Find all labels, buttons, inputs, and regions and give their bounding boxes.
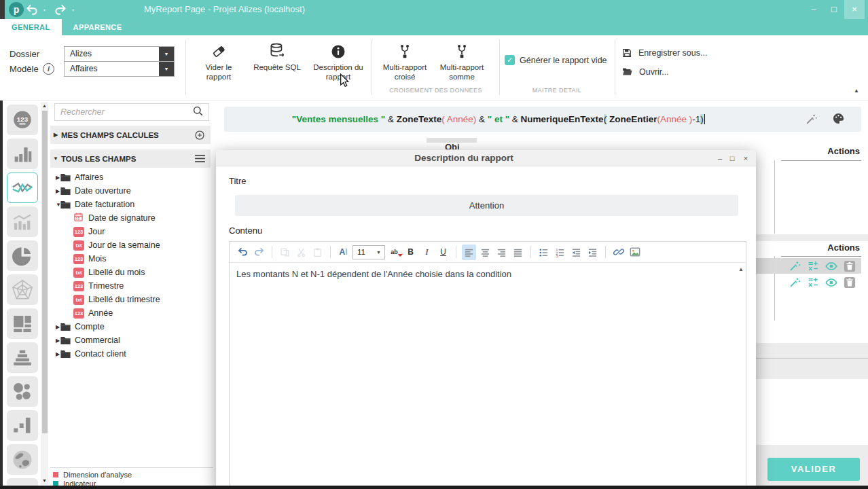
- trash-icon[interactable]: [844, 276, 856, 289]
- modele-dropdown-arrow-icon[interactable]: ▼: [159, 62, 174, 76]
- outdent-button[interactable]: [569, 244, 583, 260]
- window-close-button[interactable]: ×: [844, 0, 865, 19]
- combo-chart-icon[interactable]: [7, 206, 38, 237]
- indent-button[interactable]: [585, 244, 600, 260]
- generer-rapport-vide-checkbox[interactable]: ✓: [505, 55, 515, 65]
- add-calculated-field-icon[interactable]: [194, 130, 205, 141]
- redo-icon[interactable]: [53, 3, 71, 16]
- scrollbar-thumb[interactable]: [42, 111, 48, 433]
- cut-button[interactable]: [294, 244, 308, 260]
- search-input[interactable]: [55, 107, 192, 117]
- multi-rapport-croise-button[interactable]: Multi-rapport croisé: [380, 41, 430, 82]
- wand-icon[interactable]: [789, 260, 801, 272]
- formula-input[interactable]: "Ventes mensuelles " & ZoneTexte( Année)…: [224, 107, 861, 132]
- highlight-button[interactable]: ab: [387, 244, 401, 260]
- treemap-icon[interactable]: [7, 308, 38, 339]
- tree-field-jour[interactable]: 123Jour: [50, 225, 213, 238]
- pyramid-chart-icon[interactable]: [7, 342, 38, 373]
- font-size-select[interactable]: 11▼: [352, 245, 385, 259]
- format-palette-icon[interactable]: [832, 112, 846, 126]
- vider-le-rapport-button[interactable]: Vider le rapport: [194, 41, 243, 82]
- editor-content[interactable]: Les montants N et N-1 dépendent de l'Ann…: [236, 269, 725, 279]
- paste-button[interactable]: [310, 244, 325, 260]
- list-bullet-button[interactable]: [537, 244, 551, 260]
- align-right-button[interactable]: [494, 244, 509, 260]
- dialog-minimize-button[interactable]: –: [714, 150, 726, 166]
- eye-icon[interactable]: [825, 276, 837, 289]
- undo-icon[interactable]: [24, 3, 42, 16]
- modele-info-icon[interactable]: i: [43, 63, 54, 75]
- tree-folder-contact-client[interactable]: ▶Contact client: [50, 347, 213, 361]
- titre-input[interactable]: Attention: [235, 195, 738, 216]
- redo-button[interactable]: [252, 244, 266, 260]
- search-icon[interactable]: [192, 105, 204, 120]
- enregistrer-sous-button[interactable]: Enregistrer sous...: [621, 48, 707, 58]
- underline-button[interactable]: U: [436, 244, 450, 260]
- chevron-right-icon[interactable]: ▶: [50, 188, 60, 194]
- chevron-right-icon[interactable]: ▶: [50, 338, 60, 344]
- window-minimize-button[interactable]: –: [803, 0, 824, 19]
- image-button[interactable]: [628, 244, 642, 260]
- tree-field-libelle-du-mois[interactable]: txtLibellé du mois: [50, 266, 213, 279]
- wand-icon[interactable]: [789, 276, 801, 289]
- scroll-up-icon[interactable]: ▲: [41, 102, 48, 110]
- list-numbered-button[interactable]: 123: [553, 244, 567, 260]
- align-left-button[interactable]: [462, 244, 476, 260]
- chevron-right-icon[interactable]: ▶: [50, 351, 60, 357]
- align-justify-button[interactable]: [511, 244, 525, 260]
- kpi-123-icon[interactable]: 123: [7, 105, 38, 135]
- undo-button[interactable]: [236, 244, 250, 260]
- align-center-button[interactable]: [478, 244, 492, 260]
- tree-folder-compte[interactable]: ▶Compte: [50, 320, 213, 333]
- redo-dropdown-caret[interactable]: ▾: [72, 7, 74, 12]
- tree-folder-date-facturation[interactable]: ▼Date facturation: [50, 198, 213, 211]
- formula-wizard-icon[interactable]: [806, 113, 819, 126]
- chevron-right-icon[interactable]: ▶: [50, 175, 60, 181]
- link-button[interactable]: [611, 244, 626, 260]
- bubble-chart-icon[interactable]: [7, 376, 38, 407]
- tree-field-mois[interactable]: 123Mois: [50, 252, 213, 266]
- window-maximize-button[interactable]: □: [824, 0, 844, 19]
- editor-scroll-up-icon[interactable]: ▲: [738, 266, 744, 272]
- eye-icon[interactable]: [825, 260, 837, 272]
- font-name-button[interactable]: AI: [336, 244, 350, 260]
- description-du-rapport-button[interactable]: Description du rapport: [310, 41, 367, 82]
- tree-field-libelle-du-trimestre[interactable]: txtLibellé du trimestre: [50, 293, 213, 306]
- tree-folder-affaires[interactable]: ▶Affaires: [50, 170, 213, 184]
- waterfall-chart-icon[interactable]: [7, 410, 38, 441]
- chevron-down-icon[interactable]: ▼: [50, 202, 60, 208]
- ribbon-collapse-icon[interactable]: ▲: [849, 86, 864, 96]
- section-tous-les-champs[interactable]: ▼ TOUS LES CHAMPS: [50, 149, 211, 168]
- multi-rapport-somme-button[interactable]: Multi-rapport somme: [435, 41, 488, 82]
- undo-dropdown-caret[interactable]: ▾: [43, 7, 46, 12]
- tree-folder-date-ouverture[interactable]: ▶Date ouverture: [50, 184, 213, 198]
- tab-apparence[interactable]: APPARENCE: [62, 19, 134, 35]
- formula-edit-icon[interactable]: [807, 260, 819, 272]
- modele-dropdown[interactable]: Affaires ▼: [64, 61, 175, 77]
- map-chart-icon[interactable]: [7, 444, 38, 475]
- trash-icon[interactable]: [844, 260, 856, 272]
- requete-sql-button[interactable]: Requête SQL: [253, 41, 302, 72]
- copy-button[interactable]: [278, 244, 292, 260]
- formula-edit-icon[interactable]: [807, 276, 819, 289]
- tab-general[interactable]: GENERAL: [0, 19, 62, 35]
- dialog-maximize-button[interactable]: □: [726, 150, 738, 166]
- line-chart-icon[interactable]: [7, 173, 38, 203]
- tree-folder-commercial[interactable]: ▶Commercial: [50, 333, 213, 347]
- dialog-close-button[interactable]: ×: [740, 150, 752, 166]
- scroll-down-icon[interactable]: ▼: [41, 477, 48, 485]
- action-row[interactable]: [756, 258, 861, 274]
- tree-field-jour-de-la-semaine[interactable]: txtJour de la semaine: [50, 238, 213, 252]
- bar-chart-icon[interactable]: [7, 139, 38, 169]
- tree-field-trimestre[interactable]: 123Trimestre: [50, 279, 213, 293]
- field-search[interactable]: [54, 103, 209, 121]
- tree-field-annee[interactable]: 123Année: [50, 306, 213, 320]
- italic-button[interactable]: I: [420, 244, 434, 260]
- bold-button[interactable]: B: [403, 244, 418, 260]
- chevron-right-icon[interactable]: ▶: [50, 324, 60, 330]
- ouvrir-button[interactable]: Ouvrir...: [621, 66, 669, 77]
- radar-chart-icon[interactable]: [7, 274, 38, 305]
- valider-button[interactable]: VALIDER: [767, 458, 860, 481]
- action-row[interactable]: [756, 274, 861, 290]
- pie-chart-icon[interactable]: [7, 240, 38, 271]
